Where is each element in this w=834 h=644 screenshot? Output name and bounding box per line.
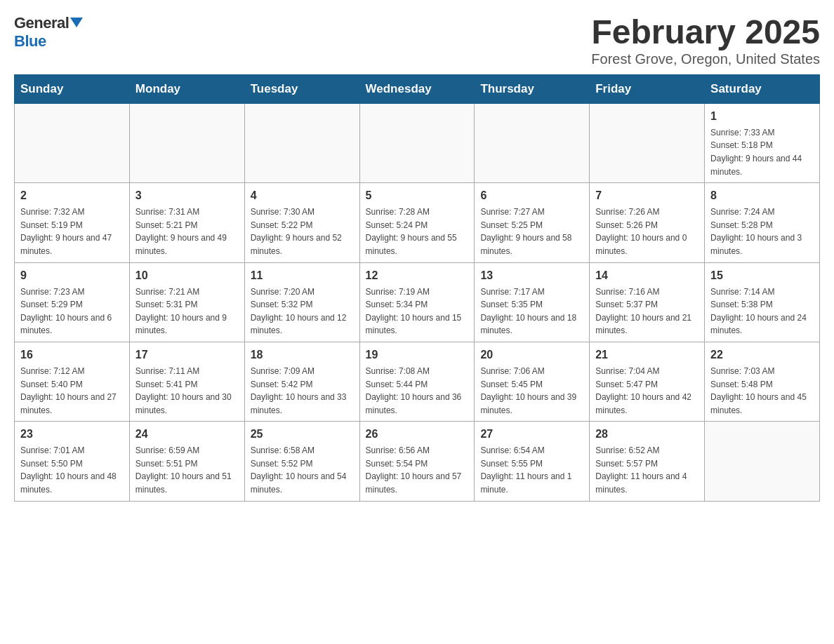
day-number: 7 bbox=[595, 187, 699, 204]
day-info: Sunrise: 7:16 AMSunset: 5:37 PMDaylight:… bbox=[595, 286, 699, 337]
day-info: Sunrise: 7:03 AMSunset: 5:48 PMDaylight:… bbox=[710, 365, 814, 417]
day-info: Sunrise: 6:56 AMSunset: 5:54 PMDaylight:… bbox=[366, 444, 469, 496]
day-info: Sunrise: 7:19 AMSunset: 5:34 PMDaylight:… bbox=[366, 286, 469, 337]
day-info: Sunrise: 6:59 AMSunset: 5:51 PMDaylight:… bbox=[135, 444, 239, 496]
day-number: 25 bbox=[251, 426, 354, 443]
calendar-day: 18Sunrise: 7:09 AMSunset: 5:42 PMDayligh… bbox=[244, 342, 359, 421]
weekday-header-sunday: Sunday bbox=[15, 74, 130, 103]
calendar-week-row: 1Sunrise: 7:33 AMSunset: 5:18 PMDaylight… bbox=[15, 103, 820, 182]
location-text: Forest Grove, Oregon, United States bbox=[591, 51, 820, 67]
calendar-day bbox=[244, 103, 359, 182]
calendar-day: 2Sunrise: 7:32 AMSunset: 5:19 PMDaylight… bbox=[15, 183, 130, 262]
weekday-header-friday: Friday bbox=[590, 74, 705, 103]
day-info: Sunrise: 7:08 AMSunset: 5:44 PMDaylight:… bbox=[366, 365, 469, 417]
day-number: 16 bbox=[20, 347, 124, 363]
calendar-day: 1Sunrise: 7:33 AMSunset: 5:18 PMDaylight… bbox=[705, 103, 820, 182]
calendar-day: 17Sunrise: 7:11 AMSunset: 5:41 PMDayligh… bbox=[129, 342, 244, 421]
calendar-title: February 2025 bbox=[591, 14, 820, 51]
calendar-day bbox=[129, 103, 244, 182]
day-number: 28 bbox=[595, 426, 699, 443]
day-info: Sunrise: 7:30 AMSunset: 5:22 PMDaylight:… bbox=[251, 206, 354, 257]
title-block: February 2025 Forest Grove, Oregon, Unit… bbox=[591, 14, 820, 67]
weekday-header-monday: Monday bbox=[129, 74, 244, 103]
calendar-week-row: 2Sunrise: 7:32 AMSunset: 5:19 PMDaylight… bbox=[15, 183, 820, 262]
day-number: 21 bbox=[595, 347, 699, 363]
day-number: 20 bbox=[480, 347, 583, 363]
day-number: 26 bbox=[366, 426, 469, 443]
day-info: Sunrise: 6:54 AMSunset: 5:55 PMDaylight:… bbox=[480, 444, 583, 496]
day-info: Sunrise: 7:12 AMSunset: 5:40 PMDaylight:… bbox=[20, 365, 124, 417]
day-number: 8 bbox=[710, 187, 814, 204]
calendar-day: 24Sunrise: 6:59 AMSunset: 5:51 PMDayligh… bbox=[129, 422, 244, 501]
day-info: Sunrise: 7:09 AMSunset: 5:42 PMDaylight:… bbox=[251, 365, 354, 417]
calendar-day: 8Sunrise: 7:24 AMSunset: 5:28 PMDaylight… bbox=[705, 183, 820, 262]
day-info: Sunrise: 7:14 AMSunset: 5:38 PMDaylight:… bbox=[710, 286, 814, 337]
calendar-header: SundayMondayTuesdayWednesdayThursdayFrid… bbox=[15, 74, 820, 103]
day-number: 13 bbox=[480, 267, 583, 284]
calendar-day: 23Sunrise: 7:01 AMSunset: 5:50 PMDayligh… bbox=[15, 422, 130, 501]
calendar-week-row: 16Sunrise: 7:12 AMSunset: 5:40 PMDayligh… bbox=[15, 342, 820, 421]
calendar-day: 5Sunrise: 7:28 AMSunset: 5:24 PMDaylight… bbox=[359, 183, 475, 262]
calendar-day: 27Sunrise: 6:54 AMSunset: 5:55 PMDayligh… bbox=[475, 422, 590, 501]
day-number: 24 bbox=[135, 426, 239, 443]
day-number: 9 bbox=[20, 267, 124, 284]
day-info: Sunrise: 7:04 AMSunset: 5:47 PMDaylight:… bbox=[595, 365, 699, 417]
day-info: Sunrise: 7:01 AMSunset: 5:50 PMDaylight:… bbox=[20, 444, 124, 496]
day-number: 10 bbox=[135, 267, 239, 284]
calendar-day bbox=[475, 103, 590, 182]
calendar-day: 7Sunrise: 7:26 AMSunset: 5:26 PMDaylight… bbox=[590, 183, 705, 262]
day-number: 14 bbox=[595, 267, 699, 284]
calendar-day: 26Sunrise: 6:56 AMSunset: 5:54 PMDayligh… bbox=[359, 422, 475, 501]
day-number: 18 bbox=[251, 347, 354, 363]
day-number: 1 bbox=[710, 108, 814, 125]
day-number: 15 bbox=[710, 267, 814, 284]
day-number: 4 bbox=[251, 187, 354, 204]
calendar-day: 11Sunrise: 7:20 AMSunset: 5:32 PMDayligh… bbox=[244, 262, 359, 342]
day-number: 22 bbox=[710, 347, 814, 363]
logo-triangle-icon bbox=[70, 18, 83, 27]
day-info: Sunrise: 7:20 AMSunset: 5:32 PMDaylight:… bbox=[251, 286, 354, 337]
calendar-day: 13Sunrise: 7:17 AMSunset: 5:35 PMDayligh… bbox=[475, 262, 590, 342]
calendar-day: 20Sunrise: 7:06 AMSunset: 5:45 PMDayligh… bbox=[475, 342, 590, 421]
day-number: 12 bbox=[366, 267, 469, 284]
calendar-table: SundayMondayTuesdayWednesdayThursdayFrid… bbox=[14, 74, 820, 502]
calendar-day bbox=[705, 422, 820, 501]
logo-blue-text: Blue bbox=[14, 32, 46, 51]
day-info: Sunrise: 7:21 AMSunset: 5:31 PMDaylight:… bbox=[135, 286, 239, 337]
weekday-header-tuesday: Tuesday bbox=[244, 74, 359, 103]
day-info: Sunrise: 7:24 AMSunset: 5:28 PMDaylight:… bbox=[710, 206, 814, 257]
day-info: Sunrise: 7:11 AMSunset: 5:41 PMDaylight:… bbox=[135, 365, 239, 417]
logo: General Blue bbox=[14, 14, 83, 51]
calendar-day bbox=[15, 103, 130, 182]
day-info: Sunrise: 7:17 AMSunset: 5:35 PMDaylight:… bbox=[480, 286, 583, 337]
day-info: Sunrise: 6:58 AMSunset: 5:52 PMDaylight:… bbox=[251, 444, 354, 496]
day-number: 5 bbox=[366, 187, 469, 204]
day-info: Sunrise: 7:32 AMSunset: 5:19 PMDaylight:… bbox=[20, 206, 124, 257]
day-info: Sunrise: 7:23 AMSunset: 5:29 PMDaylight:… bbox=[20, 286, 124, 337]
page-header: General Blue February 2025 Forest Grove,… bbox=[14, 14, 820, 67]
calendar-day: 25Sunrise: 6:58 AMSunset: 5:52 PMDayligh… bbox=[244, 422, 359, 501]
weekday-header-wednesday: Wednesday bbox=[359, 74, 475, 103]
calendar-day: 19Sunrise: 7:08 AMSunset: 5:44 PMDayligh… bbox=[359, 342, 475, 421]
calendar-day: 6Sunrise: 7:27 AMSunset: 5:25 PMDaylight… bbox=[475, 183, 590, 262]
day-info: Sunrise: 7:27 AMSunset: 5:25 PMDaylight:… bbox=[480, 206, 583, 257]
day-info: Sunrise: 7:33 AMSunset: 5:18 PMDaylight:… bbox=[710, 126, 814, 178]
calendar-week-row: 23Sunrise: 7:01 AMSunset: 5:50 PMDayligh… bbox=[15, 422, 820, 501]
day-number: 6 bbox=[480, 187, 583, 204]
calendar-day: 14Sunrise: 7:16 AMSunset: 5:37 PMDayligh… bbox=[590, 262, 705, 342]
calendar-day: 22Sunrise: 7:03 AMSunset: 5:48 PMDayligh… bbox=[705, 342, 820, 421]
calendar-day: 10Sunrise: 7:21 AMSunset: 5:31 PMDayligh… bbox=[129, 262, 244, 342]
day-number: 11 bbox=[251, 267, 354, 284]
calendar-day: 15Sunrise: 7:14 AMSunset: 5:38 PMDayligh… bbox=[705, 262, 820, 342]
day-info: Sunrise: 7:28 AMSunset: 5:24 PMDaylight:… bbox=[366, 206, 469, 257]
day-info: Sunrise: 7:31 AMSunset: 5:21 PMDaylight:… bbox=[135, 206, 239, 257]
calendar-day: 9Sunrise: 7:23 AMSunset: 5:29 PMDaylight… bbox=[15, 262, 130, 342]
day-number: 3 bbox=[135, 187, 239, 204]
calendar-day bbox=[359, 103, 475, 182]
calendar-body: 1Sunrise: 7:33 AMSunset: 5:18 PMDaylight… bbox=[15, 103, 820, 501]
calendar-day: 16Sunrise: 7:12 AMSunset: 5:40 PMDayligh… bbox=[15, 342, 130, 421]
day-number: 2 bbox=[20, 187, 124, 204]
day-number: 17 bbox=[135, 347, 239, 363]
logo-general-text: General bbox=[14, 14, 69, 32]
day-number: 19 bbox=[366, 347, 469, 363]
